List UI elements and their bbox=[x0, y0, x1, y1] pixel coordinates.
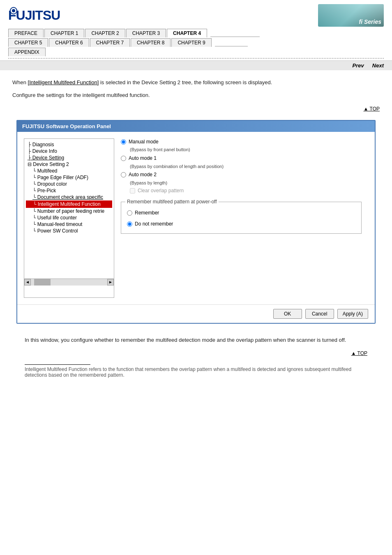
nav-row-2: CHAPTER 5 CHAPTER 6 CHAPTER 7 CHAPTER 8 … bbox=[8, 38, 384, 47]
nav-chapter4[interactable]: CHAPTER 4 bbox=[167, 29, 207, 37]
bypass-mode-radio-group: Manual mode (Bypass by front panel butto… bbox=[121, 138, 362, 194]
tree-item-diagnosis[interactable]: ├ Diagnosis bbox=[26, 141, 112, 148]
tree-item-device-setting2[interactable]: ⊟ Device Setting 2 bbox=[26, 161, 112, 168]
tree-panel-inner: ├ Diagnosis ├ Device Info ├ Device Setti… bbox=[24, 139, 114, 279]
nav-appendix[interactable]: APPENDIX bbox=[8, 48, 46, 56]
bottom-content: In this window, you configure whether to… bbox=[12, 332, 380, 382]
tree-item-doc-check[interactable]: └ Document check area specific bbox=[26, 194, 112, 200]
apply-button[interactable]: Apply (A) bbox=[337, 309, 368, 319]
radio-auto2-sub: (Bypass by length) bbox=[121, 180, 362, 186]
next-button[interactable]: Next bbox=[372, 62, 384, 69]
nav-chapter5[interactable]: CHAPTER 5 bbox=[8, 38, 48, 47]
nav-chapter6[interactable]: CHAPTER 6 bbox=[49, 38, 89, 47]
clear-overlap-checkbox[interactable] bbox=[130, 188, 135, 193]
radio-auto2-mode: Auto mode 2 bbox=[121, 171, 362, 178]
nav-separator-2 bbox=[215, 46, 248, 46]
navigation-area: PREFACE CHAPTER 1 CHAPTER 2 CHAPTER 3 CH… bbox=[0, 29, 392, 56]
footnote-divider bbox=[25, 364, 90, 365]
radio-remember-input[interactable] bbox=[127, 210, 132, 216]
radio-auto2-input[interactable] bbox=[121, 172, 126, 177]
tree-scrollbar-area: ◄ ► bbox=[24, 279, 114, 286]
top-link[interactable]: ▲ TOP bbox=[364, 106, 380, 112]
radio-auto1-input[interactable] bbox=[121, 156, 126, 161]
ok-button[interactable]: OK bbox=[273, 309, 302, 319]
nav-chapter9[interactable]: CHAPTER 9 bbox=[171, 38, 211, 47]
nav-row-1: PREFACE CHAPTER 1 CHAPTER 2 CHAPTER 3 CH… bbox=[8, 29, 384, 37]
radio-auto1-label: Auto mode 1 bbox=[129, 155, 157, 162]
tree-scroll-left[interactable]: ◄ bbox=[24, 279, 31, 286]
tree-scroll-right[interactable]: ► bbox=[107, 279, 114, 286]
tree-panel: ├ Diagnosis ├ Device Info ├ Device Setti… bbox=[24, 138, 114, 298]
radio-auto1-mode: Auto mode 1 bbox=[121, 155, 362, 162]
radio-remember: Remember bbox=[127, 210, 355, 216]
nav-chapter3[interactable]: CHAPTER 3 bbox=[126, 29, 166, 37]
dialog-footer: OK Cancel Apply (A) bbox=[17, 304, 375, 323]
nav-divider bbox=[8, 58, 384, 59]
tree-item-useful-life[interactable]: └ Useful life counter bbox=[26, 214, 112, 221]
cancel-button[interactable]: Cancel bbox=[305, 309, 334, 319]
tree-item-dropout[interactable]: └ Dropout color bbox=[26, 181, 112, 187]
radio-manual-input[interactable] bbox=[121, 139, 126, 145]
radio-do-not-remember-label: Do not remember bbox=[135, 221, 173, 228]
nav-row-3: APPENDIX bbox=[8, 48, 384, 56]
tree-item-page-edge[interactable]: └ Page Edge Filler (ADF) bbox=[26, 174, 112, 181]
radio-manual-mode: Manual mode bbox=[121, 138, 362, 145]
footnote-text: Intelligent Multifeed Function refers to… bbox=[25, 366, 367, 378]
tree-item-num-feed[interactable]: └ Number of paper feeding retrie bbox=[26, 208, 112, 214]
radio-manual-label: Manual mode bbox=[129, 138, 159, 145]
remember-group-content: Remember Do not remember bbox=[127, 210, 355, 228]
tree-item-multifeed[interactable]: └ Multifeed bbox=[26, 168, 112, 174]
radio-do-not-remember-input[interactable] bbox=[127, 221, 132, 227]
tree-item-power-sw[interactable]: └ Power SW Control bbox=[26, 228, 112, 234]
tree-item-device-setting[interactable]: ├ Device Setting bbox=[26, 154, 112, 161]
dialog-body: ├ Diagnosis ├ Device Info ├ Device Setti… bbox=[17, 132, 375, 304]
intelligent-multifeed-link[interactable]: [Intelligent Multifeed Function] bbox=[28, 79, 99, 85]
main-content: When [Intelligent Multifeed Function] is… bbox=[0, 70, 392, 390]
settings-panel: Manual mode (Bypass by front panel butto… bbox=[114, 138, 368, 298]
prev-next-toolbar: Prev Next bbox=[0, 60, 392, 70]
page-header: FUJITSU fi Series bbox=[0, 0, 392, 29]
nav-chapter1[interactable]: CHAPTER 1 bbox=[44, 29, 84, 37]
fi-series-text: fi Series bbox=[359, 18, 381, 25]
radio-auto1-sub: (Bypass by combination of length and pos… bbox=[121, 164, 362, 170]
bottom-text: In this window, you configure whether to… bbox=[25, 336, 367, 345]
radio-do-not-remember: Do not remember bbox=[127, 221, 355, 228]
dialog-title: FUJITSU Software Operation Panel bbox=[17, 121, 375, 132]
nav-chapter7[interactable]: CHAPTER 7 bbox=[90, 38, 130, 47]
clear-overlap-label: Clear overlap pattern bbox=[138, 188, 184, 193]
tree-item-device-info[interactable]: ├ Device Info bbox=[26, 148, 112, 154]
intro-text: When [Intelligent Multifeed Function] is… bbox=[12, 78, 380, 100]
remember-group-box: Remember multifeed pattern at power-off … bbox=[121, 202, 362, 234]
nav-chapter8[interactable]: CHAPTER 8 bbox=[131, 38, 171, 47]
tree-item-manual-feed[interactable]: └ Manual-feed timeout bbox=[26, 221, 112, 228]
tree-item-prepick[interactable]: └ Pre-Pick bbox=[26, 187, 112, 194]
nav-preface[interactable]: PREFACE bbox=[8, 29, 44, 37]
nav-chapter2[interactable]: CHAPTER 2 bbox=[85, 29, 125, 37]
page-footer: Intelligent Multifeed Function refers to… bbox=[25, 364, 367, 378]
radio-auto2-label: Auto mode 2 bbox=[129, 171, 157, 178]
software-operation-panel-dialog: FUJITSU Software Operation Panel ├ Diagn… bbox=[16, 120, 376, 324]
fi-series-banner: fi Series bbox=[318, 4, 384, 27]
fujitsu-logo: FUJITSU bbox=[8, 8, 60, 23]
tree-item-intelligent-multifeed[interactable]: └ Intelligent Multifeed Function bbox=[26, 200, 112, 208]
remember-group-title: Remember multifeed pattern at power-off bbox=[125, 199, 219, 205]
clear-overlap-checkbox-item: Clear overlap pattern bbox=[121, 188, 362, 193]
prev-button[interactable]: Prev bbox=[353, 62, 364, 69]
bottom-top-link[interactable]: ▲ TOP bbox=[351, 350, 367, 356]
radio-manual-sub: (Bypass by front panel button) bbox=[121, 147, 362, 153]
nav-separator-1 bbox=[210, 37, 260, 37]
tree-scrollbar-track[interactable] bbox=[31, 279, 107, 286]
radio-remember-label: Remember bbox=[135, 210, 159, 216]
